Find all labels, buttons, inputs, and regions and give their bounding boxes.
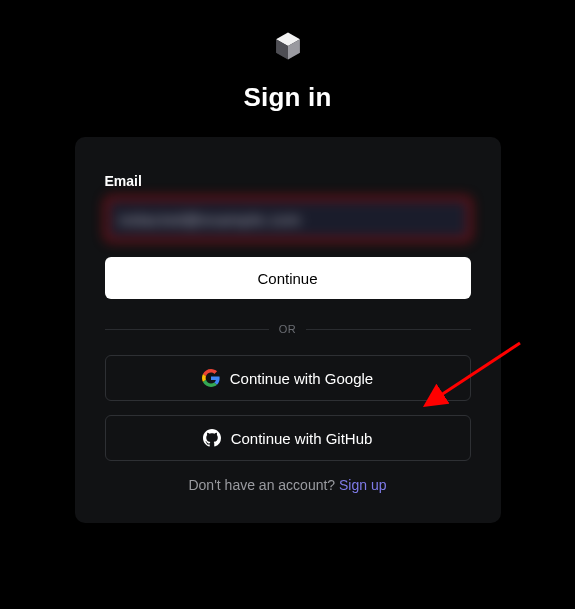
divider-line xyxy=(105,329,269,330)
signup-link[interactable]: Sign up xyxy=(339,477,386,493)
google-icon xyxy=(202,369,220,387)
divider: OR xyxy=(105,323,471,335)
github-button-label: Continue with GitHub xyxy=(231,430,373,447)
app-logo xyxy=(270,28,306,64)
divider-text: OR xyxy=(279,323,297,335)
signup-prompt: Don't have an account? Sign up xyxy=(105,477,471,493)
continue-with-github-button[interactable]: Continue with GitHub xyxy=(105,415,471,461)
email-input[interactable] xyxy=(105,197,471,241)
page-title: Sign in xyxy=(243,82,331,113)
signup-prompt-text: Don't have an account? xyxy=(188,477,339,493)
cube-icon xyxy=(271,29,305,63)
divider-line xyxy=(306,329,470,330)
email-label: Email xyxy=(105,173,471,189)
signin-card: Email Continue OR Continue with Google C… xyxy=(75,137,501,523)
github-icon xyxy=(203,429,221,447)
google-button-label: Continue with Google xyxy=(230,370,373,387)
continue-button[interactable]: Continue xyxy=(105,257,471,299)
continue-with-google-button[interactable]: Continue with Google xyxy=(105,355,471,401)
